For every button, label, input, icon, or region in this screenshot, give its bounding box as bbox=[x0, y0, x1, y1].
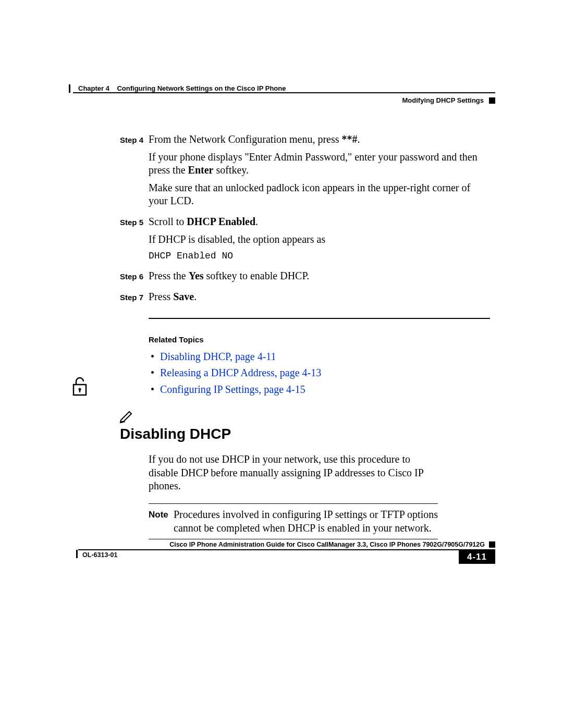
step-7: Step 7 Press Save. bbox=[120, 290, 490, 308]
main-content: Step 4 From the Network Configuration me… bbox=[120, 133, 490, 443]
lcd-output: DHCP Enabled NO bbox=[149, 250, 490, 262]
step-4: Step 4 From the Network Configuration me… bbox=[120, 133, 490, 212]
header-square-icon bbox=[489, 97, 495, 104]
page-number: 4-11 bbox=[459, 550, 495, 564]
page-body: Chapter 4 Configuring Network Settings o… bbox=[68, 83, 495, 544]
footer-square-icon bbox=[489, 541, 495, 548]
option-name: DHCP Enabled bbox=[187, 216, 255, 227]
chapter-number: Chapter 4 bbox=[78, 84, 109, 92]
note-top-rule bbox=[149, 503, 438, 504]
step-label: Step 4 bbox=[120, 133, 149, 212]
step-body: Press the Yes softkey to enable DHCP. bbox=[149, 269, 490, 287]
text: . bbox=[194, 291, 197, 302]
procedure-end-rule bbox=[149, 318, 490, 319]
step-body: Press Save. bbox=[149, 290, 490, 308]
softkey-name: Yes bbox=[189, 270, 204, 281]
step-5: Step 5 Scroll to DHCP Enabled. If DHCP i… bbox=[120, 215, 490, 266]
step-label: Step 5 bbox=[120, 215, 149, 266]
text: If DHCP is disabled, the option appears … bbox=[149, 233, 490, 246]
step-6: Step 6 Press the Yes softkey to enable D… bbox=[120, 269, 490, 287]
section-title: Modifying DHCP Settings bbox=[402, 96, 484, 104]
related-topics-heading: Related Topics bbox=[149, 335, 490, 344]
step-label: Step 6 bbox=[120, 269, 149, 287]
section-heading: Disabling DHCP bbox=[120, 425, 490, 443]
related-topics: Related Topics Disabling DHCP, page 4-11… bbox=[149, 335, 490, 396]
text: Press the bbox=[149, 270, 189, 281]
running-header-left: Chapter 4 Configuring Network Settings o… bbox=[68, 83, 495, 92]
softkey-name: Save bbox=[173, 291, 194, 302]
softkey-name: Enter bbox=[188, 164, 214, 176]
step-body: From the Network Configuration menu, pre… bbox=[149, 133, 490, 212]
section-body: If you do not use DHCP in your network, … bbox=[149, 453, 438, 539]
note-label: Note bbox=[149, 508, 174, 535]
step-body: Scroll to DHCP Enabled. If DHCP is disab… bbox=[149, 215, 490, 266]
header-rule bbox=[73, 92, 495, 93]
note-bottom-rule bbox=[149, 539, 438, 539]
related-link[interactable]: Releasing a DHCP Address, page 4-13 bbox=[160, 366, 490, 380]
running-header-right-row: Modifying DHCP Settings bbox=[68, 96, 495, 104]
footer-guide-title: Cisco IP Phone Administration Guide for … bbox=[169, 541, 485, 548]
key-sequence: **# bbox=[342, 133, 358, 145]
unlocked-padlock-icon bbox=[70, 375, 90, 402]
note-block: Note Procedures involved in configuring … bbox=[149, 503, 438, 539]
text: softkey to enable DHCP. bbox=[204, 270, 310, 281]
text: softkey. bbox=[213, 164, 249, 176]
text: Make sure that an unlocked padlock icon … bbox=[149, 181, 490, 208]
step-label: Step 7 bbox=[120, 290, 149, 308]
text: . bbox=[255, 216, 258, 227]
pencil-note-icon bbox=[119, 408, 134, 427]
text: Scroll to bbox=[149, 216, 187, 227]
text: . bbox=[358, 133, 360, 145]
related-link[interactable]: Disabling DHCP, page 4-11 bbox=[160, 350, 490, 364]
page-footer: Cisco IP Phone Administration Guide for … bbox=[68, 541, 495, 564]
text: Press bbox=[149, 291, 173, 302]
intro-paragraph: If you do not use DHCP in your network, … bbox=[149, 453, 438, 493]
related-link[interactable]: Configuring IP Settings, page 4-15 bbox=[160, 383, 490, 397]
note-text: Procedures involved in configuring IP se… bbox=[174, 508, 438, 535]
footer-doc-number: OL-6313-01 bbox=[68, 550, 117, 559]
footer-vertical-bar bbox=[76, 550, 78, 558]
text: From the Network Configuration menu, pre… bbox=[149, 133, 342, 145]
chapter-title: Configuring Network Settings on the Cisc… bbox=[117, 84, 286, 92]
